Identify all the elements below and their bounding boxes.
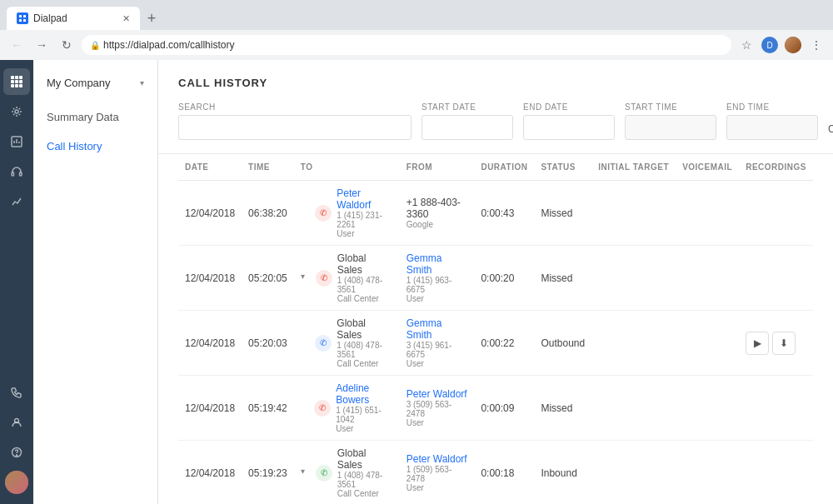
from-phone: 1 (415) 963-6675	[407, 276, 468, 294]
cell-initial-target	[591, 441, 676, 505]
cell-initial-target	[591, 311, 676, 376]
cell-duration: 0:00:20	[474, 246, 534, 311]
table-row: 12/04/2018 05:20:05 ▾ ✆ Global Sales 1 (…	[178, 246, 813, 311]
to-phone: 1 (408) 478-3561	[337, 276, 393, 294]
left-nav: My Company ▾ Summary Data Call History	[33, 60, 158, 504]
svg-rect-3	[23, 19, 26, 22]
svg-rect-9	[19, 80, 22, 83]
svg-rect-1	[23, 15, 26, 17]
cell-from: Peter Waldorf 3 (509) 563-2478 User	[400, 376, 475, 441]
from-sub: User	[407, 294, 468, 303]
cell-duration: 0:00:18	[474, 441, 534, 505]
sidebar-icon-help[interactable]	[3, 439, 30, 466]
cell-voicemail	[676, 311, 739, 376]
from-name-link[interactable]: Gemma Smith	[407, 317, 442, 341]
cell-initial-target	[591, 376, 676, 441]
to-name-link[interactable]: Peter Waldorf	[337, 187, 371, 211]
nav-item-summary-data[interactable]: Summary Data	[33, 102, 157, 132]
from-name-link[interactable]: Peter Waldorf	[407, 453, 467, 465]
from-name-link[interactable]: Gemma Smith	[407, 252, 442, 276]
end-date-input[interactable]	[523, 115, 615, 140]
address-bar[interactable]: 🔒 https://dialpad.com/callhistory	[82, 35, 731, 55]
table-row: 12/04/2018 05:19:23 ▾ ✆ Global Sales 1 (…	[178, 441, 813, 505]
th-recordings: RECORDINGS	[739, 154, 813, 181]
tab-close-btn[interactable]: ✕	[122, 13, 130, 24]
clear-filters-btn[interactable]: Clear filters	[828, 123, 833, 140]
start-time-input[interactable]	[625, 115, 716, 140]
profile-btn[interactable]: D	[760, 35, 780, 55]
from-name: +1 888-403-3360	[407, 197, 461, 220]
cell-initial-target	[591, 246, 676, 311]
download-btn[interactable]: ⬇	[772, 332, 796, 355]
cell-date: 12/04/2018	[178, 181, 242, 246]
new-tab-btn[interactable]: +	[140, 7, 163, 30]
browser-chrome: Dialpad ✕ + ← → ↻ 🔒 https://dialpad.com/…	[0, 0, 833, 60]
expand-btn[interactable]: ▾	[301, 272, 312, 285]
bookmark-btn[interactable]: ☆	[736, 35, 756, 55]
sidebar-avatar[interactable]	[3, 469, 30, 496]
phone-icon: ✆	[315, 205, 332, 222]
th-duration: DURATION	[474, 154, 534, 181]
cell-time: 05:19:42	[242, 376, 294, 441]
from-name-link[interactable]: Peter Waldorf	[407, 388, 467, 400]
cell-duration: 0:00:09	[474, 376, 534, 441]
cell-date: 12/04/2018	[178, 441, 242, 505]
app: My Company ▾ Summary Data Call History C…	[0, 60, 833, 504]
th-time: TIME	[242, 154, 294, 181]
sidebar-icon-phone[interactable]	[3, 379, 30, 406]
to-phone: 1 (408) 478-3561	[337, 341, 392, 359]
cell-voicemail	[676, 181, 739, 246]
end-time-label: END TIME	[726, 102, 818, 112]
to-name-link[interactable]: Adeline Bowers	[336, 382, 369, 406]
cell-date: 12/04/2018	[178, 246, 242, 311]
cell-to: ▾ ✆ Global Sales 1 (408) 478-3561 Call C…	[294, 246, 400, 311]
call-history-table: DATE TIME TO FROM DURATION STATUS INITIA…	[178, 154, 813, 504]
search-input[interactable]	[178, 115, 412, 140]
refresh-btn[interactable]: ↻	[57, 35, 77, 55]
play-btn[interactable]: ▶	[746, 332, 769, 355]
browser-toolbar: ← → ↻ 🔒 https://dialpad.com/callhistory …	[0, 30, 833, 60]
end-date-label: END DATE	[523, 102, 615, 112]
to-type: Call Center	[337, 489, 393, 498]
to-type: Call Center	[337, 359, 392, 368]
cell-date: 12/04/2018	[178, 311, 242, 376]
phone-icon: ✆	[314, 400, 331, 417]
nav-item-call-history[interactable]: Call History	[33, 132, 157, 161]
cell-to: ▾ ✆ Global Sales 1 (408) 478-3561 Call C…	[294, 441, 400, 505]
sidebar-icon-dialpad[interactable]	[3, 68, 30, 95]
sidebar-icon-reports[interactable]	[3, 128, 30, 155]
expand-btn[interactable]: ▾	[301, 467, 312, 480]
tab-favicon	[17, 12, 28, 24]
user-account-btn[interactable]	[783, 35, 803, 55]
to-name: Global Sales	[337, 447, 367, 471]
phone-icon: ✆	[316, 270, 332, 287]
cell-time: 06:38:20	[242, 181, 294, 246]
actions-cell: ▶ ⬇	[746, 332, 806, 355]
cell-time: 05:20:03	[242, 311, 294, 376]
from-phone: 3 (415) 961-6675	[407, 341, 468, 359]
active-tab[interactable]: Dialpad ✕	[7, 7, 140, 30]
start-date-input[interactable]	[421, 115, 513, 140]
menu-btn[interactable]: ⋮	[806, 35, 826, 55]
sidebar-icon-settings[interactable]	[3, 98, 30, 125]
sidebar-icon-contacts[interactable]	[3, 409, 30, 436]
cell-from: +1 888-403-3360 Google	[400, 181, 475, 246]
company-selector[interactable]: My Company ▾	[33, 70, 157, 96]
filters-bar: SEARCH START DATE END DATE START TIME EN…	[158, 102, 833, 154]
start-time-filter-group: START TIME	[625, 102, 716, 140]
from-phone: 1 (509) 563-2478	[407, 465, 468, 483]
cell-to: ✆ Adeline Bowers 1 (415) 651-1042 User	[294, 376, 400, 441]
sidebar-icon-headset[interactable]	[3, 158, 30, 185]
svg-rect-0	[19, 15, 22, 17]
sidebar-icons	[0, 60, 33, 504]
forward-btn[interactable]: →	[32, 35, 52, 55]
svg-rect-4	[11, 76, 14, 79]
cell-time: 05:19:23	[242, 441, 294, 505]
end-time-input[interactable]	[726, 115, 818, 140]
back-btn[interactable]: ←	[7, 35, 27, 55]
sidebar-icon-analytics[interactable]	[3, 188, 30, 215]
cell-date: 12/04/2018	[178, 376, 242, 441]
to-type: User	[336, 424, 393, 433]
from-sub: Google	[407, 220, 468, 229]
to-phone: 1 (408) 478-3561	[337, 471, 393, 489]
